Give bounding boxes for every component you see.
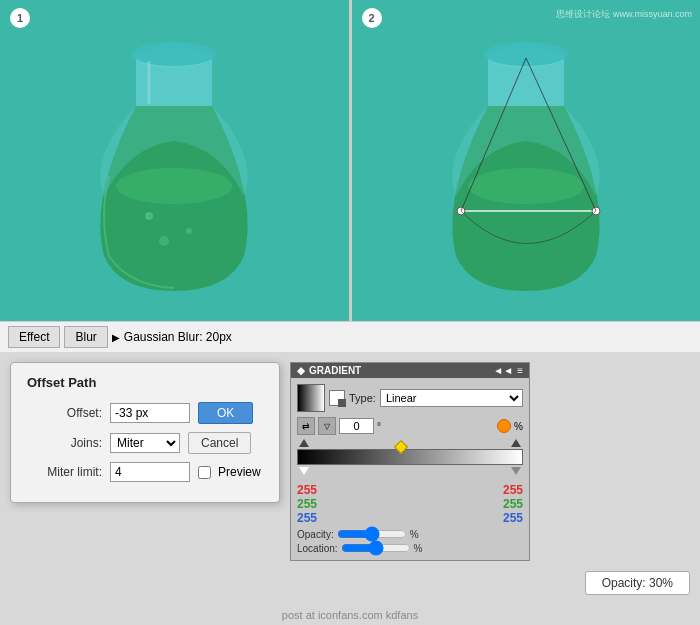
menu-icon[interactable]: ≡: [517, 365, 523, 376]
gradient-title-text: GRADIENT: [309, 365, 361, 376]
footer: post at iconfans.com kdfans: [0, 605, 700, 625]
gradient-titlebar: ◆ GRADIENT ◄◄ ≡: [291, 363, 529, 378]
watermark: 思维设计论坛 www.missyuan.com: [556, 8, 692, 21]
type-select[interactable]: Linear Radial: [380, 389, 523, 407]
left-colors: 255 255 255: [297, 483, 409, 525]
reverse-icon-btn[interactable]: ▽: [318, 417, 336, 435]
miter-input[interactable]: [110, 462, 190, 482]
svg-point-10: [468, 168, 584, 204]
percent-label: %: [514, 421, 523, 432]
opacity-button[interactable]: Opacity: 30%: [585, 571, 690, 595]
main-container: 1: [0, 0, 700, 625]
opacity-percent: %: [410, 529, 419, 540]
type-label: Type:: [349, 392, 376, 404]
svg-point-2: [132, 42, 216, 66]
miter-row: Miter limit: Preview: [27, 462, 263, 482]
gradient-bar-section: [297, 439, 523, 475]
double-arrow-icon[interactable]: ◄◄: [493, 365, 513, 376]
orange-stop[interactable]: [497, 419, 511, 433]
swap-icon-btn[interactable]: ⇄: [297, 417, 315, 435]
right-g-value: 255: [411, 497, 523, 511]
location-percent: %: [414, 543, 423, 554]
right-bottom-stop[interactable]: [511, 467, 521, 475]
white-swatch: [329, 390, 345, 406]
arrow-icon: ▶: [112, 332, 120, 343]
angle-input[interactable]: [339, 418, 374, 434]
canvas-panel-left: 1: [0, 0, 352, 321]
panel-number-2: 2: [362, 8, 382, 28]
gradient-body: Type: Linear Radial ⇄ ▽ °: [291, 378, 529, 560]
gradient-panel: ◆ GRADIENT ◄◄ ≡: [290, 362, 530, 561]
color-values-grid: 255 255 255 255 255 255: [297, 483, 523, 525]
location-row: Location: %: [297, 542, 523, 554]
right-r-value: 255: [411, 483, 523, 497]
opacity-btn-container: Opacity: 30%: [290, 571, 690, 595]
cancel-button[interactable]: Cancel: [188, 432, 251, 454]
gradient-title: ◆ GRADIENT: [297, 365, 361, 376]
degree-symbol: °: [377, 421, 381, 432]
offset-row: Offset: OK: [27, 402, 263, 424]
left-bottom-stop[interactable]: [299, 467, 309, 475]
titlebar-controls: ◄◄ ≡: [493, 365, 523, 376]
flask-svg-right: [431, 16, 621, 306]
joins-row: Joins: Miter Round Bevel Cancel: [27, 432, 263, 454]
blur-button[interactable]: Blur: [64, 326, 107, 348]
bottom-section: Offset Path Offset: OK Joins: Miter Roun…: [0, 352, 700, 605]
footer-text: post at iconfans.com kdfans: [282, 609, 418, 621]
panel-number-1: 1: [10, 8, 30, 28]
svg-point-4: [145, 212, 153, 220]
effect-button[interactable]: Effect: [8, 326, 60, 348]
offset-input[interactable]: [110, 403, 190, 423]
right-colors: 255 255 255: [411, 483, 523, 525]
flask-svg-left: [79, 16, 269, 306]
svg-point-6: [159, 236, 169, 246]
joins-label: Joins:: [27, 436, 102, 450]
preview-checkbox[interactable]: [198, 466, 211, 479]
preview-label: Preview: [218, 465, 261, 479]
controls-row: ⇄ ▽ ° %: [297, 417, 523, 435]
effect-bar: Effect Blur ▶ Gaussian Blur: 20px: [0, 321, 700, 352]
right-top-stop[interactable]: [511, 439, 521, 447]
offset-path-dialog: Offset Path Offset: OK Joins: Miter Roun…: [10, 362, 280, 503]
opacity-label: Opacity:: [297, 529, 334, 540]
svg-point-3: [116, 168, 232, 204]
gradient-bar[interactable]: [297, 449, 523, 465]
left-top-stop[interactable]: [299, 439, 309, 447]
type-row: Type: Linear Radial: [297, 384, 523, 412]
opacity-slider[interactable]: [337, 528, 407, 540]
left-g-value: 255: [297, 497, 409, 511]
collapse-icon[interactable]: ◆: [297, 365, 305, 376]
left-r-value: 255: [297, 483, 409, 497]
opacity-row: Opacity: %: [297, 528, 523, 540]
bottom-right-section: ◆ GRADIENT ◄◄ ≡: [290, 362, 690, 595]
top-stops: [297, 439, 523, 447]
bottom-stops: [297, 465, 523, 475]
gaussian-label: Gaussian Blur: 20px: [124, 330, 232, 344]
dialog-title: Offset Path: [27, 375, 263, 390]
svg-point-5: [186, 228, 192, 234]
gradient-preview-swatch[interactable]: [297, 384, 325, 412]
svg-point-9: [484, 42, 568, 66]
joins-select[interactable]: Miter Round Bevel: [110, 433, 180, 453]
location-label: Location:: [297, 543, 338, 554]
canvas-panel-right: 2 思维设计论坛 www.missyuan.com: [352, 0, 701, 321]
left-b-value: 255: [297, 511, 409, 525]
top-section: 1: [0, 0, 700, 321]
location-slider[interactable]: [341, 542, 411, 554]
ok-button[interactable]: OK: [198, 402, 253, 424]
right-b-value: 255: [411, 511, 523, 525]
offset-label: Offset:: [27, 406, 102, 420]
miter-label: Miter limit:: [27, 465, 102, 479]
